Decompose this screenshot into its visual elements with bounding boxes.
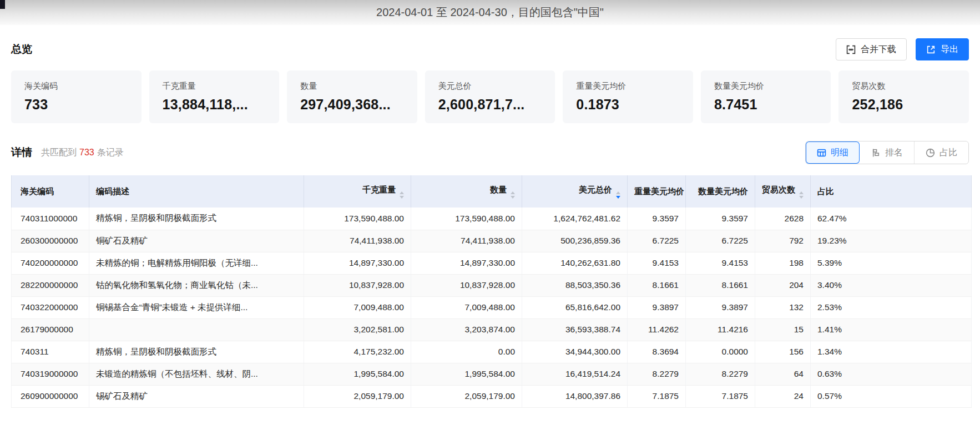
column-header-description: 编码描述: [89, 175, 304, 208]
sort-carets[interactable]: [799, 191, 804, 199]
sort-carets[interactable]: [400, 191, 404, 199]
cell-hs-code: 26179000000: [12, 318, 89, 341]
cell-kg-weight: 3,202,581.00: [304, 318, 411, 341]
cell-description: 锡矿石及精矿: [89, 385, 304, 407]
summary-card-hs-code: 海关编码733: [11, 70, 142, 123]
column-header-quantity[interactable]: 数量: [411, 175, 522, 208]
table-row: 740311精炼铜，呈阴极和阴极截面形式4,175,232.000.0034,9…: [12, 341, 972, 363]
card-value: 252,186: [852, 97, 956, 113]
details-title: 详情: [11, 145, 32, 160]
card-label: 千克重量: [163, 81, 266, 92]
cell-hs-code: 282200000000: [12, 274, 89, 296]
cell-kg-weight: 14,897,330.00: [304, 252, 411, 274]
sort-carets[interactable]: [511, 191, 515, 199]
column-header-trade-count[interactable]: 贸易次数: [755, 175, 811, 208]
cell-hs-code: 740200000000: [12, 252, 89, 274]
cell-usd-per-kg: 9.4153: [628, 252, 686, 274]
filter-summary-text: 2024-04-01 至 2024-04-30，目的国包含"中国": [376, 5, 604, 20]
table-icon: [817, 148, 826, 158]
card-label: 贸易次数: [852, 81, 956, 92]
cell-usd-per-qty: 8.2279: [686, 363, 755, 385]
cell-quantity: 0.00: [411, 341, 522, 363]
summary-cards: 海关编码733千克重量13,884,118,...数量297,409,368..…: [11, 70, 969, 123]
table-row: 282200000000钴的氧化物和氢氧化物；商业氧化钴（未...10,837,…: [12, 274, 972, 296]
tab-ranking[interactable]: 排名: [860, 141, 914, 164]
column-label: 美元总价: [579, 185, 612, 194]
cell-quantity: 7,009,488.00: [411, 296, 522, 318]
cell-description: 精炼铜，呈阴极和阴极截面形式: [89, 208, 304, 230]
cell-quantity: 74,411,938.00: [411, 230, 522, 252]
view-tab-group: 明细排名占比: [805, 141, 969, 164]
card-value: 8.7451: [714, 97, 818, 113]
column-header-kg-weight[interactable]: 千克重量: [304, 175, 411, 208]
cell-usd-total: 140,262,631.80: [522, 252, 628, 274]
cell-description: 钴的氧化物和氢氧化物；商业氧化钴（未...: [89, 274, 304, 296]
column-label: 数量美元均价: [698, 186, 748, 196]
cell-usd-per-qty: 6.7225: [686, 230, 755, 252]
cell-usd-per-kg: 7.1875: [628, 385, 686, 407]
cell-usd-per-kg: 6.7225: [628, 230, 686, 252]
sort-desc-icon: [799, 196, 804, 199]
cell-usd-per-qty: 0.0000: [686, 341, 755, 363]
cell-description: 未精炼的铜；电解精炼用铜阳极（无详细...: [89, 252, 304, 274]
cell-trade-count: 24: [755, 385, 811, 407]
tab-detail[interactable]: 明细: [806, 141, 860, 164]
cell-share: 3.40%: [811, 274, 972, 296]
cell-quantity: 2,059,179.00: [411, 385, 522, 407]
summary-card-usd-per-kg: 数量美元均价8.7451: [701, 70, 831, 123]
sort-carets[interactable]: [616, 191, 620, 199]
cell-kg-weight: 1,995,584.00: [304, 363, 411, 385]
cell-description: [89, 318, 304, 341]
sort-asc-icon: [400, 191, 404, 194]
table-row: 260900000000锡矿石及精矿2,059,179.002,059,179.…: [12, 385, 972, 407]
cell-usd-total: 65,816,642.00: [522, 296, 628, 318]
export-label: 导出: [941, 44, 958, 55]
tab-label: 明细: [831, 147, 848, 159]
column-header-usd-total[interactable]: 美元总价: [522, 175, 628, 208]
cell-usd-per-kg: 9.3897: [628, 296, 686, 318]
card-value: 733: [24, 97, 128, 113]
cell-quantity: 1,995,584.00: [411, 363, 522, 385]
tab-label: 排名: [885, 147, 903, 159]
column-label: 千克重量: [362, 185, 396, 194]
cell-usd-total: 16,419,514.24: [522, 363, 628, 385]
pie-icon: [926, 148, 935, 158]
column-label: 编码描述: [96, 186, 129, 196]
merge-download-button[interactable]: 合并下载: [836, 38, 907, 60]
cell-usd-total: 88,503,350.36: [522, 274, 628, 296]
overview-actions: 合并下载 导出: [836, 38, 969, 60]
cell-usd-per-qty: 8.1661: [686, 274, 755, 296]
cell-hs-code: 260300000000: [12, 230, 89, 252]
cell-usd-per-qty: 7.1875: [686, 385, 755, 407]
cell-share: 2.53%: [811, 296, 972, 318]
sort-asc-icon: [511, 191, 515, 194]
export-button[interactable]: 导出: [916, 38, 969, 60]
table-row: 740322000000铜锡基合金“青铜”未锻造 + 未提供详细...7,009…: [12, 296, 972, 318]
cell-kg-weight: 7,009,488.00: [304, 296, 411, 318]
cell-usd-total: 500,236,859.36: [522, 230, 628, 252]
cell-usd-total: 34,944,300.00: [522, 341, 628, 363]
cell-quantity: 10,837,928.00: [411, 274, 522, 296]
screen-corner-artifact: [0, 0, 5, 9]
tab-proportion[interactable]: 占比: [914, 141, 968, 164]
sort-asc-icon: [799, 191, 804, 194]
cell-usd-per-qty: 9.4153: [686, 252, 755, 274]
column-label: 重量美元均价: [634, 186, 684, 196]
card-value: 0.1873: [576, 97, 680, 113]
cell-kg-weight: 2,059,179.00: [304, 385, 411, 407]
column-header-usd-per-kg: 重量美元均价: [628, 175, 686, 208]
match-count-text: 共匹配到733条记录: [41, 147, 124, 159]
details-header: 详情 共匹配到733条记录 明细排名占比: [11, 141, 969, 164]
match-count-value: 733: [79, 148, 94, 157]
cell-trade-count: 204: [755, 274, 811, 296]
ranking-icon: [871, 148, 881, 158]
cell-kg-weight: 10,837,928.00: [304, 274, 411, 296]
cell-usd-per-qty: 9.3897: [686, 296, 755, 318]
card-value: 2,600,871,7...: [438, 97, 542, 113]
column-label: 海关编码: [21, 186, 54, 196]
cell-trade-count: 15: [755, 318, 811, 341]
cell-description: 精炼铜，呈阴极和阴极截面形式: [89, 341, 304, 363]
cell-hs-code: 740311000000: [12, 208, 89, 230]
table-header-row: 海关编码编码描述千克重量数量美元总价重量美元均价数量美元均价贸易次数占比: [12, 175, 972, 208]
sort-desc-icon: [511, 196, 515, 199]
